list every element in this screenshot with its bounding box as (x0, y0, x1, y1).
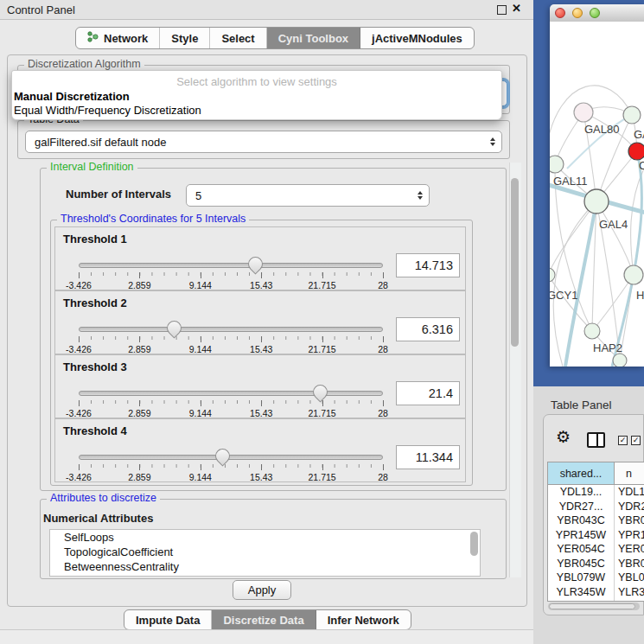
slider-thumb[interactable] (245, 253, 265, 274)
node-gal80[interactable] (574, 103, 593, 122)
threshold-2-slider[interactable]: -3.4262.8599.14415.4321.71528 (79, 321, 383, 355)
slider-thumb[interactable] (212, 445, 233, 466)
node-h[interactable] (624, 265, 643, 284)
number-of-intervals-combo[interactable]: 5 (186, 184, 430, 207)
network-labels: GAL80 GA C GAL11 GAL4 GCY1 H HAP2 (550, 123, 644, 354)
footer-strip (0, 629, 533, 644)
cell[interactable]: YDR2 (615, 500, 644, 514)
list-item-topologicalcoefficient[interactable]: TopologicalCoefficient (50, 545, 480, 559)
threshold-4-slider[interactable]: -3.4262.8599.14415.4321.71528 (79, 449, 383, 483)
node-top-right[interactable] (623, 106, 641, 124)
tab-discretize-data[interactable]: Discretize Data (212, 610, 316, 629)
threshold-4-value-field[interactable]: 11.344 (396, 445, 460, 469)
thresholds-legend: Threshold's Coordinates for 5 Intervals (57, 213, 249, 225)
node-bottom[interactable] (613, 354, 627, 367)
table-hscrollbar-thumb[interactable] (549, 603, 635, 609)
table-row[interactable]: YBR043CYBR0 (548, 513, 644, 528)
tab-select[interactable]: Select (210, 28, 266, 48)
cell[interactable]: YDL1 (615, 485, 644, 500)
threshold-1-slider[interactable]: -3.4262.8599.14415.4321.71528 (79, 257, 383, 291)
network-canvas[interactable]: GAL80 GA C GAL11 GAL4 GCY1 H HAP2 (550, 22, 644, 367)
numerical-attributes-list[interactable]: SelfLoops TopologicalCoefficient Between… (49, 529, 481, 577)
label-gcy1: GCY1 (550, 289, 577, 302)
list-vscrollbar-thumb[interactable] (470, 532, 478, 556)
close-icon[interactable]: ✕ (512, 2, 521, 15)
node-gal11[interactable] (550, 156, 564, 173)
threshold-3-label: Threshold 3 (63, 360, 127, 373)
slider-thumb[interactable] (309, 381, 330, 402)
cell[interactable]: YLR345W (548, 585, 615, 600)
node-hap2[interactable] (584, 323, 600, 339)
tab-infer-network[interactable]: Infer Network (316, 610, 411, 629)
network-nodes (550, 103, 644, 367)
threshold-3-value-field[interactable]: 21.4 (396, 381, 460, 405)
slider-thumb[interactable] (163, 317, 184, 338)
threshold-2-value-field[interactable]: 6.316 (396, 317, 460, 341)
label-hap2: HAP2 (593, 341, 622, 354)
list-item-betweennesscentrality[interactable]: BetweennessCentrality (50, 559, 480, 574)
table-hscrollbar-track[interactable] (548, 603, 640, 610)
tab-style[interactable]: Style (160, 28, 210, 48)
table-data-combo[interactable]: galFiltered.sif default node (25, 131, 502, 153)
content-vscrollbar-thumb[interactable] (511, 178, 519, 347)
content-vscrollbar-track[interactable] (509, 163, 521, 577)
cell[interactable]: YDL19... (548, 485, 615, 500)
network-tree-icon (87, 30, 99, 46)
slider-track[interactable] (79, 263, 383, 268)
column-header-name[interactable]: n (615, 462, 644, 484)
tab-impute-data[interactable]: Impute Data (124, 610, 212, 629)
node-gal4[interactable] (584, 189, 609, 214)
table-row[interactable]: YDL19...YDL1 (548, 485, 644, 500)
slider-track[interactable] (79, 455, 383, 460)
node-gcy1[interactable] (550, 268, 555, 282)
cell[interactable]: YER054C (548, 542, 615, 557)
table-row[interactable]: YBR045CYBR0 (548, 557, 644, 571)
checkbox-icon-1[interactable]: ✓ (618, 436, 628, 445)
table-row[interactable]: YPR145WYPR1 (548, 528, 644, 543)
slider-track[interactable] (79, 391, 383, 396)
threshold-3-slider[interactable]: -3.4262.8599.14415.4321.71528 (79, 385, 383, 419)
minimize-traffic-light[interactable] (572, 8, 583, 18)
cell[interactable]: YBL079W (548, 571, 615, 585)
close-traffic-light[interactable] (555, 8, 565, 18)
float-window-icon[interactable] (497, 5, 507, 15)
label-gal11: GAL11 (553, 175, 588, 188)
tab-select-label: Select (221, 32, 254, 45)
checkbox-icon-2[interactable]: ✓ (631, 436, 641, 445)
slider-track[interactable] (79, 327, 383, 332)
tab-cyni-toolbox[interactable]: Cyni Toolbox (267, 28, 360, 48)
threshold-1-value-field[interactable]: 14.713 (396, 253, 460, 277)
table-row[interactable]: YIL052CYIL0 (548, 599, 644, 602)
gear-icon[interactable]: ⚙ (556, 429, 571, 445)
cell[interactable]: YER0 (615, 542, 644, 557)
tab-network[interactable]: Network (76, 28, 160, 48)
label-ga-clipped: GA (634, 128, 644, 141)
column-layout-icon[interactable] (587, 432, 605, 448)
cell[interactable]: YBR0 (615, 513, 644, 528)
slider-ticks (79, 272, 383, 278)
table-row[interactable]: YBL079WYBL0 (548, 571, 644, 585)
cell[interactable]: YLR3 (615, 585, 644, 600)
node-red-selected[interactable] (628, 143, 644, 160)
cell[interactable]: YBR045C (548, 557, 615, 571)
table-row[interactable]: YLR345WYLR3 (548, 585, 644, 600)
cell[interactable]: YIL052C (548, 599, 615, 602)
cell[interactable]: YDR27... (548, 500, 615, 514)
table-row[interactable]: YER054CYER0 (548, 542, 644, 557)
apply-button[interactable]: Apply (233, 580, 291, 600)
bottom-tab-bar: Impute Data Discretize Data Infer Networ… (124, 609, 411, 630)
cell[interactable]: YPR145W (548, 528, 615, 543)
dropdown-option-equal-width[interactable]: Equal Width/Frequency Discretization (14, 104, 201, 117)
dropdown-option-manual[interactable]: Manual Discretization (14, 90, 130, 103)
cell[interactable]: YBR043C (548, 513, 615, 528)
list-item-selfloops[interactable]: SelfLoops (50, 530, 480, 545)
cell[interactable]: YIL0 (615, 599, 644, 602)
zoom-traffic-light[interactable] (590, 8, 600, 18)
table-row[interactable]: YDR27...YDR2 (548, 500, 644, 514)
cell[interactable]: YBR0 (615, 557, 644, 571)
column-header-shared[interactable]: shared... (548, 462, 615, 484)
network-window-titlebar[interactable] (550, 4, 644, 22)
cell[interactable]: YPR1 (615, 528, 644, 543)
cell[interactable]: YBL0 (615, 571, 644, 585)
tab-jactivemnodules[interactable]: jActiveMNodules (360, 28, 474, 48)
